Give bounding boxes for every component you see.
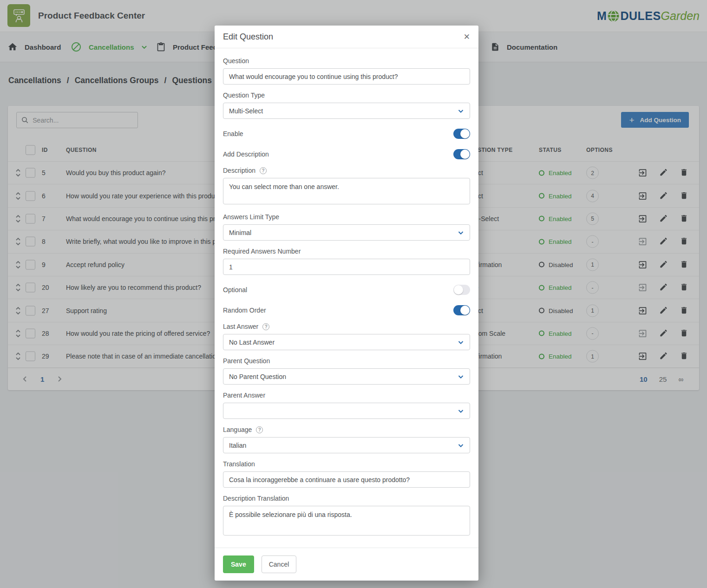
chevron-down-icon xyxy=(458,108,464,114)
optional-toggle[interactable] xyxy=(453,285,470,295)
required-answers-number-input[interactable] xyxy=(223,259,470,275)
translation-label: Translation xyxy=(223,460,470,468)
field-last-answer: Last Answer? No Last Answer xyxy=(223,323,470,350)
language-label: Language xyxy=(223,426,252,433)
translation-input[interactable] xyxy=(223,471,470,488)
chevron-down-icon xyxy=(458,339,464,346)
modal-header: Edit Question ✕ xyxy=(215,26,478,48)
description-label: Description xyxy=(223,167,255,174)
question-label: Question xyxy=(223,57,470,65)
answers-limit-type-select[interactable]: Minimal xyxy=(223,224,470,241)
question-type-select[interactable]: Multi-Select xyxy=(223,103,470,119)
field-random-order: Random Order xyxy=(223,305,470,316)
parent-question-select[interactable]: No Parent Question xyxy=(223,368,470,385)
optional-label: Optional xyxy=(223,286,247,294)
last-answer-select[interactable]: No Last Answer xyxy=(223,334,470,350)
field-description: Description? You can select more than on… xyxy=(223,167,470,206)
random-order-label: Random Order xyxy=(223,307,266,314)
field-description-translation: Description Translation È possibile sele… xyxy=(223,495,470,537)
field-add-description: Add Description xyxy=(223,149,470,160)
field-parent-question: Parent Question No Parent Question xyxy=(223,357,470,385)
chevron-down-icon xyxy=(458,229,464,236)
add-description-toggle[interactable] xyxy=(453,149,470,159)
last-answer-label: Last Answer xyxy=(223,323,258,330)
edit-question-modal: Edit Question ✕ Question Question Type M… xyxy=(215,26,478,581)
field-language: Language? Italian xyxy=(223,426,470,453)
modal-title: Edit Question xyxy=(223,32,273,42)
question-input[interactable] xyxy=(223,68,470,85)
chevron-down-icon xyxy=(458,442,464,449)
question-type-label: Question Type xyxy=(223,91,470,99)
parent-answer-label: Parent Answer xyxy=(223,392,470,399)
add-description-label: Add Description xyxy=(223,150,269,158)
field-parent-answer: Parent Answer xyxy=(223,392,470,419)
page: Product Feedback Center MDULESGarden Das… xyxy=(0,0,707,588)
save-button[interactable]: Save xyxy=(223,555,254,573)
field-required-answers-number: Required Answers Number xyxy=(223,248,470,275)
chevron-down-icon xyxy=(458,373,464,380)
field-answers-limit-type: Answers Limit Type Minimal xyxy=(223,213,470,241)
random-order-toggle[interactable] xyxy=(453,305,470,315)
help-icon: ? xyxy=(260,167,267,174)
parent-answer-select[interactable] xyxy=(223,403,470,419)
enable-label: Enable xyxy=(223,130,243,137)
answers-limit-type-label: Answers Limit Type xyxy=(223,213,470,221)
description-textarea[interactable]: You can select more than one answer. xyxy=(223,178,470,204)
field-translation: Translation xyxy=(223,460,470,488)
description-translation-textarea[interactable]: È possibile selezionare più di una rispo… xyxy=(223,506,470,536)
help-icon: ? xyxy=(262,323,269,330)
modal-body: Question Question Type Multi-Select Enab… xyxy=(215,48,478,541)
language-select[interactable]: Italian xyxy=(223,437,470,453)
field-optional: Optional xyxy=(223,284,470,295)
field-enable: Enable xyxy=(223,128,470,139)
description-translation-label: Description Translation xyxy=(223,495,470,502)
chevron-down-icon xyxy=(458,408,464,414)
cancel-button[interactable]: Cancel xyxy=(262,555,297,573)
close-icon[interactable]: ✕ xyxy=(464,32,470,42)
field-question: Question xyxy=(223,57,470,85)
field-question-type: Question Type Multi-Select xyxy=(223,91,470,119)
required-answers-number-label: Required Answers Number xyxy=(223,248,470,255)
enable-toggle[interactable] xyxy=(453,129,470,139)
modal-footer: Save Cancel xyxy=(215,548,478,581)
help-icon: ? xyxy=(256,426,263,433)
parent-question-label: Parent Question xyxy=(223,357,470,365)
